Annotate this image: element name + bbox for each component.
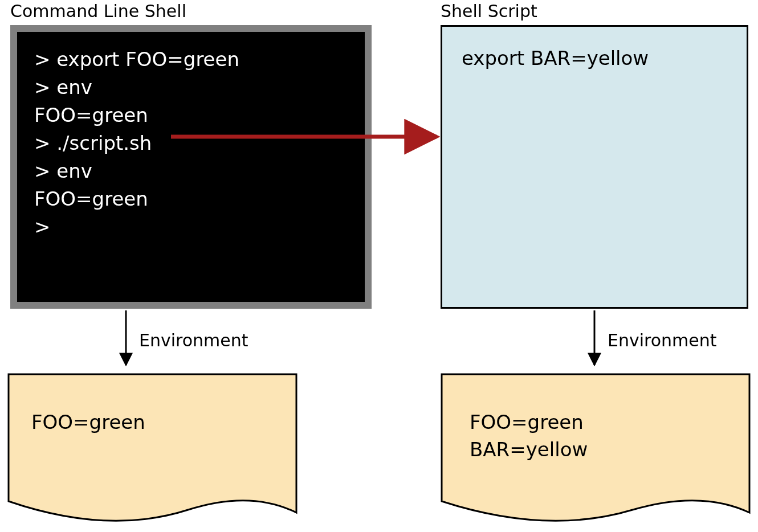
- env-var-line: FOO=green: [470, 409, 588, 436]
- terminal-window: > export FOO=green > env FOO=green > ./s…: [10, 25, 372, 309]
- env-var-line: BAR=yellow: [470, 436, 588, 464]
- terminal-line: FOO=green: [34, 101, 348, 129]
- terminal-line: > env: [34, 73, 348, 101]
- script-line: export BAR=yellow: [462, 45, 727, 72]
- script-title: Shell Script: [441, 1, 537, 21]
- terminal-title: Command Line Shell: [10, 1, 186, 21]
- terminal-line: >: [34, 213, 348, 241]
- env-var-line: FOO=green: [31, 409, 145, 436]
- terminal-line: > env: [34, 157, 348, 185]
- terminal-line: > ./script.sh: [34, 129, 348, 157]
- env-label-right: Environment: [608, 330, 717, 350]
- env-label-left: Environment: [139, 330, 248, 350]
- env-left-contents: FOO=green: [31, 409, 145, 436]
- terminal-line: > export FOO=green: [34, 46, 348, 73]
- env-page-left: [9, 374, 296, 521]
- env-right-contents: FOO=green BAR=yellow: [470, 409, 588, 463]
- terminal-line: FOO=green: [34, 185, 348, 213]
- script-window: export BAR=yellow: [441, 25, 748, 309]
